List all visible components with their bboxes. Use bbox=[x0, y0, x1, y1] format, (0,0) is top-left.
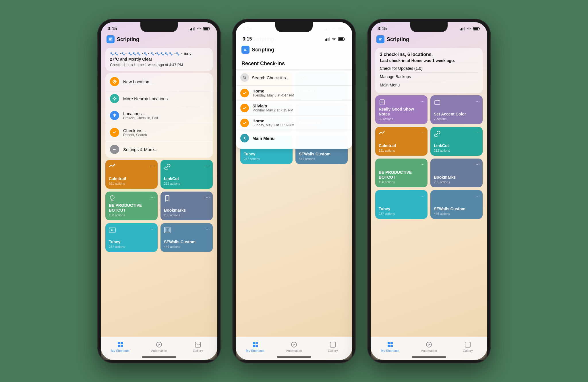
svg-rect-18 bbox=[165, 228, 169, 232]
svg-rect-48 bbox=[463, 28, 463, 30]
shortcut-beproductive-3[interactable]: ··· BE PRODUCTIVE BOTCUT 158 actions bbox=[375, 159, 428, 187]
shortcut-rgsn-3[interactable]: ··· Really Good Show Notes 85 actions bbox=[375, 95, 428, 124]
menu-item-locations[interactable]: Locations... Browse, Check In, Edit bbox=[105, 107, 213, 124]
phone-2-screen: 3:15 Scripting Really Good Show Notes bbox=[236, 22, 352, 360]
app-title-3: Scripting bbox=[387, 36, 409, 43]
phone-1: 3:15 Scripting 🐾🐾 •🐾• 🐾🐾🐾 •🐾• 🐾•🐾🐾🐾🐾 •🐾 … bbox=[97, 19, 221, 363]
tab-my-shortcuts-3[interactable]: My Shortcuts bbox=[371, 341, 409, 352]
card-dots-setaccent-3[interactable]: ··· bbox=[475, 98, 480, 104]
shortcut-calmtrail-1[interactable]: ··· Calmtrail 921 actions bbox=[105, 160, 158, 189]
menu-label-locations-container: Locations... Browse, Check In, Edit bbox=[123, 111, 158, 120]
card-dots-linkcut-3[interactable]: ··· bbox=[475, 130, 480, 136]
shortcut-linkcut-1[interactable]: ··· LinkCut 212 actions bbox=[160, 160, 213, 189]
card-dots-calmtrail-1[interactable]: ··· bbox=[150, 163, 155, 169]
chevron-left-icon bbox=[242, 136, 247, 140]
menu-item-new-location[interactable]: New Location... bbox=[105, 73, 213, 90]
app-title-1: Scripting bbox=[117, 36, 139, 43]
shortcut-beproductive-1[interactable]: ··· BE PRODUCTIVE BOTCUT 158 actions bbox=[105, 192, 158, 220]
svg-rect-51 bbox=[473, 28, 478, 30]
tab-gallery-3[interactable]: Gallery bbox=[448, 341, 487, 352]
card-dots-tubey-1[interactable]: ··· bbox=[150, 226, 155, 232]
battery-icon bbox=[203, 27, 210, 30]
shortcut-setaccent-3[interactable]: ··· Set Accent Color 7 actions bbox=[430, 95, 483, 124]
menu-item-nearby[interactable]: More Nearby Locations bbox=[105, 90, 213, 107]
beproductive-name-3: BE PRODUCTIVE BOTCUT bbox=[379, 170, 424, 180]
checkin-check-silvias bbox=[240, 104, 249, 112]
card-dots-sfwalls-3[interactable]: ··· bbox=[475, 193, 480, 199]
shortcuts-grid-1: ··· Calmtrail 921 actions ··· LinkCut 21… bbox=[105, 160, 213, 252]
scripting-svg-3 bbox=[378, 37, 383, 42]
card-dots-beproductive-3[interactable]: ··· bbox=[420, 161, 425, 167]
card-dots-beproductive-1[interactable]: ··· bbox=[150, 194, 155, 200]
checkin-check-home-2 bbox=[240, 119, 249, 127]
status-icons-1 bbox=[190, 27, 210, 30]
shortcut-bookmarks-3[interactable]: ··· Bookmarks 255 actions bbox=[430, 159, 483, 187]
shortcut-sfwalls-1[interactable]: ··· SFWalls Custom 446 actions bbox=[160, 223, 213, 252]
tab-automation-3[interactable]: Automation bbox=[409, 341, 448, 352]
svg-rect-2 bbox=[193, 28, 194, 30]
tab-gallery-2[interactable]: Gallery bbox=[314, 341, 352, 352]
card-dots-linkcut-1[interactable]: ··· bbox=[206, 163, 210, 169]
card-dots-bookmarks-1[interactable]: ··· bbox=[206, 194, 210, 200]
menu-item-settings[interactable]: Settings & More... bbox=[105, 141, 213, 158]
card-dots-calmtrail-3[interactable]: ··· bbox=[420, 130, 425, 136]
info-item-check-updates[interactable]: Check for Updates (1.0) bbox=[380, 64, 478, 72]
dots-icon bbox=[112, 147, 117, 152]
widget-checkin-1: Checked in to Home 1 week ago at 4:47 PM bbox=[110, 63, 208, 67]
svg-rect-22 bbox=[118, 345, 120, 347]
svg-rect-49 bbox=[464, 27, 465, 30]
dropdown-overlay-2: 3:15 Scripting Recent Check-ins bbox=[236, 22, 352, 149]
dropdown-app-header: Scripting bbox=[236, 43, 352, 57]
tab-my-shortcuts-2[interactable]: My Shortcuts bbox=[236, 341, 274, 352]
automation-tab-icon-1 bbox=[156, 341, 163, 348]
dropdown-checkin-home-2[interactable]: Home Sunday, May 1 at 11:39 AM bbox=[236, 115, 352, 130]
dropdown-app-title: Scripting bbox=[252, 47, 274, 53]
linkcut-actions-3: 212 actions bbox=[434, 149, 479, 152]
notch-1 bbox=[140, 22, 178, 32]
tab-gallery-1[interactable]: Gallery bbox=[179, 341, 217, 352]
tab-automation-2[interactable]: Automation bbox=[274, 341, 313, 352]
setaccent-actions-3: 7 actions bbox=[434, 117, 479, 121]
shortcut-sfwalls-3[interactable]: ··· SFWalls Custom 446 actions bbox=[430, 190, 483, 219]
dropdown-checkin-silvias[interactable]: Silvia's Monday, May 2 at 7:15 PM bbox=[236, 101, 352, 115]
battery-icon-3 bbox=[473, 27, 480, 30]
card-dots-tubey-3[interactable]: ··· bbox=[420, 193, 425, 199]
gallery-tab-icon-3 bbox=[464, 341, 471, 348]
card-dots-bookmarks-3[interactable]: ··· bbox=[475, 161, 480, 167]
my-shortcuts-tab-icon-1 bbox=[117, 341, 124, 348]
dropdown-checkin-home-1[interactable]: Home Tuesday, May 3 at 4:47 PM bbox=[236, 86, 352, 101]
svg-rect-1 bbox=[191, 28, 192, 30]
status-time-1: 3:15 bbox=[108, 26, 117, 31]
tab-label-automation-2: Automation bbox=[286, 349, 302, 352]
info-item-manage-backups[interactable]: Manage Backups bbox=[380, 72, 478, 81]
tab-my-shortcuts-1[interactable]: My Shortcuts bbox=[101, 341, 140, 352]
my-shortcuts-tab-icon-2 bbox=[252, 341, 259, 348]
tab-automation-1[interactable]: Automation bbox=[140, 341, 178, 352]
tab-label-my-shortcuts-2: My Shortcuts bbox=[246, 349, 264, 352]
card-dots-sfwalls-1[interactable]: ··· bbox=[206, 226, 210, 232]
tubey-name-2: Tubey bbox=[244, 152, 289, 157]
info-item-main-menu[interactable]: Main Menu bbox=[380, 81, 478, 89]
menu-item-checkins[interactable]: Check-ins... Recent, Search bbox=[105, 124, 213, 141]
nearby-svg bbox=[112, 96, 117, 101]
main-menu-label: Main Menu bbox=[252, 136, 275, 141]
bookmarks-name-1: Bookmarks bbox=[164, 208, 209, 213]
linkcut-icon-3 bbox=[433, 130, 441, 138]
tubey-name-3: Tubey bbox=[379, 207, 424, 211]
dropdown-main-menu-item[interactable]: Main Menu bbox=[236, 130, 352, 146]
menu-label-nearby: More Nearby Locations bbox=[123, 96, 168, 101]
dropdown-search-item[interactable]: Search Check-ins... bbox=[236, 70, 352, 86]
shortcut-linkcut-3[interactable]: ··· LinkCut 212 actions bbox=[430, 127, 483, 156]
svg-point-9 bbox=[114, 98, 115, 99]
home-indicator-3 bbox=[412, 356, 446, 358]
shortcut-tubey-3[interactable]: ··· Tubey 237 actions bbox=[375, 190, 428, 219]
shortcut-bookmarks-1[interactable]: ··· Bookmarks 255 actions bbox=[160, 192, 213, 220]
beproductive-icon-1 bbox=[108, 194, 116, 202]
svg-rect-23 bbox=[121, 345, 123, 347]
tubey-actions-1: 237 actions bbox=[109, 245, 154, 248]
card-dots-rgsn-3[interactable]: ··· bbox=[420, 98, 425, 104]
bookmarks-name-3: Bookmarks bbox=[434, 175, 479, 180]
shortcut-calmtrail-3[interactable]: ··· Calmtrail 921 actions bbox=[375, 127, 428, 156]
beproductive-name-1: BE PRODUCTIVE BOTCUT bbox=[109, 203, 154, 213]
shortcut-tubey-1[interactable]: ··· Tubey 237 actions bbox=[105, 223, 158, 252]
